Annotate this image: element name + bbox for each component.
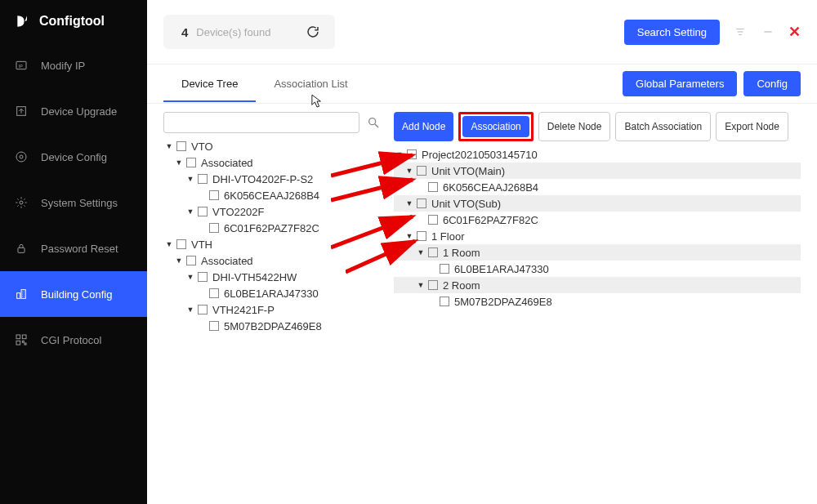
close-icon[interactable]: ✕ bbox=[788, 23, 801, 41]
tree-checkbox[interactable] bbox=[428, 248, 438, 257]
tree-toggle[interactable]: ▼ bbox=[186, 207, 194, 216]
search-input[interactable] bbox=[163, 112, 359, 133]
svg-rect-6 bbox=[18, 248, 25, 252]
tree-toggle[interactable]: ▼ bbox=[165, 240, 173, 248]
building-icon bbox=[15, 288, 28, 301]
tree-item-room[interactable]: 1 Room bbox=[441, 247, 480, 259]
tree-toggle[interactable]: ▼ bbox=[186, 175, 194, 183]
config-button[interactable]: Config bbox=[743, 71, 801, 96]
tree-checkbox[interactable] bbox=[209, 321, 219, 331]
tree-item-room[interactable]: 2 Room bbox=[441, 279, 480, 292]
delete-node-button[interactable]: Delete Node bbox=[538, 112, 611, 141]
tree-toggle[interactable] bbox=[198, 191, 206, 199]
svg-rect-10 bbox=[22, 335, 26, 339]
tree-item-device[interactable]: VTO2202F bbox=[211, 206, 264, 218]
tree-checkbox[interactable] bbox=[428, 182, 438, 192]
nav-device-config[interactable]: Device Config bbox=[0, 134, 147, 180]
tree-checkbox[interactable] bbox=[440, 264, 449, 274]
tree-item-unit-main[interactable]: Unit VTO(Main) bbox=[430, 165, 505, 177]
tree-toggle[interactable] bbox=[428, 265, 436, 273]
tree-checkbox[interactable] bbox=[198, 272, 208, 282]
tree-checkbox[interactable] bbox=[428, 280, 438, 290]
tree-item-serial[interactable]: 6C01F62PAZ7F82C bbox=[441, 214, 538, 226]
batch-association-button[interactable]: Batch Association bbox=[615, 112, 711, 141]
svg-rect-8 bbox=[21, 290, 25, 299]
nav-password-reset[interactable]: Password Reset bbox=[0, 225, 147, 271]
tree-toggle[interactable]: ▼ bbox=[395, 150, 404, 158]
tree-item-vth[interactable]: VTH bbox=[190, 239, 212, 251]
tree-checkbox[interactable] bbox=[209, 223, 219, 233]
tree-item-serial[interactable]: 6K056CEAAJ268B4 bbox=[441, 181, 538, 194]
tree-item-device[interactable]: VTH2421F-P bbox=[211, 304, 275, 316]
settings-icon bbox=[15, 196, 28, 209]
tree-toggle[interactable]: ▼ bbox=[405, 199, 413, 207]
tree-toggle[interactable]: ▼ bbox=[417, 281, 425, 289]
tree-item-associated[interactable]: Associated bbox=[199, 255, 253, 267]
association-button[interactable]: Association bbox=[462, 116, 529, 137]
search-icon[interactable] bbox=[363, 112, 384, 133]
nav-cgi-protocol[interactable]: CGI Protocol bbox=[0, 317, 147, 363]
export-node-button[interactable]: Export Node bbox=[716, 112, 788, 141]
tree-toggle[interactable] bbox=[198, 224, 206, 232]
tree-item-floor[interactable]: 1 Floor bbox=[430, 230, 464, 243]
tree-toggle[interactable]: ▼ bbox=[186, 273, 194, 281]
tree-checkbox[interactable] bbox=[428, 215, 438, 225]
tree-toggle[interactable] bbox=[417, 183, 425, 191]
tree-checkbox[interactable] bbox=[198, 305, 208, 314]
nav-device-upgrade[interactable]: Device Upgrade bbox=[0, 88, 147, 134]
tree-item-unit-sub[interactable]: Unit VTO(Sub) bbox=[430, 198, 501, 210]
tree-checkbox[interactable] bbox=[198, 207, 208, 216]
tree-item-associated[interactable]: Associated bbox=[199, 157, 253, 169]
tree-item-project[interactable]: Project20210503145710 bbox=[420, 149, 538, 161]
tree-checkbox[interactable] bbox=[186, 158, 196, 167]
svg-rect-12 bbox=[22, 341, 24, 342]
tree-toggle[interactable]: ▼ bbox=[175, 256, 183, 265]
tree-toggle[interactable]: ▼ bbox=[165, 142, 173, 150]
tree-checkbox[interactable] bbox=[209, 288, 219, 298]
svg-point-5 bbox=[20, 201, 23, 204]
tree-toggle[interactable] bbox=[417, 216, 425, 224]
svg-rect-13 bbox=[25, 343, 26, 345]
add-node-button[interactable]: Add Node bbox=[394, 112, 453, 141]
search-setting-button[interactable]: Search Setting bbox=[624, 20, 720, 45]
qr-icon bbox=[15, 333, 28, 346]
tree-toggle[interactable]: ▼ bbox=[186, 306, 194, 314]
tree-toggle[interactable] bbox=[428, 297, 436, 306]
tree-item-vto[interactable]: VTO bbox=[190, 140, 213, 153]
tree-item-device[interactable]: DHI-VTO4202F-P-S2 bbox=[211, 173, 313, 185]
tree-item-serial[interactable]: 6C01F62PAZ7F82C bbox=[222, 222, 319, 234]
tree-toggle[interactable]: ▼ bbox=[417, 248, 425, 256]
global-parameters-button[interactable]: Global Parameters bbox=[623, 71, 737, 96]
tree-checkbox[interactable] bbox=[440, 297, 449, 306]
tree-item-serial[interactable]: 6K056CEAAJ268B4 bbox=[222, 190, 319, 202]
tree-checkbox[interactable] bbox=[417, 231, 426, 241]
tree-checkbox[interactable] bbox=[186, 256, 196, 265]
tree-toggle[interactable]: ▼ bbox=[175, 158, 183, 167]
tree-item-serial[interactable]: 5M07B2DPAZ469E8 bbox=[453, 296, 552, 308]
dropdown-icon[interactable] bbox=[733, 25, 748, 39]
tree-item-serial[interactable]: 6L0BE1ARAJ47330 bbox=[222, 288, 319, 300]
svg-line-16 bbox=[375, 124, 378, 127]
tree-checkbox[interactable] bbox=[417, 198, 426, 208]
tree-item-serial[interactable]: 6L0BE1ARAJ47330 bbox=[453, 263, 549, 275]
tree-checkbox[interactable] bbox=[209, 190, 219, 200]
tree-toggle[interactable] bbox=[198, 322, 206, 330]
refresh-button[interactable] bbox=[304, 23, 322, 41]
tab-device-tree[interactable]: Device Tree bbox=[163, 66, 256, 101]
svg-text:IP: IP bbox=[19, 64, 23, 69]
tree-toggle[interactable] bbox=[198, 289, 206, 297]
minimize-icon[interactable] bbox=[761, 25, 775, 39]
tree-checkbox[interactable] bbox=[417, 166, 426, 176]
tree-checkbox[interactable] bbox=[407, 149, 417, 159]
tree-toggle[interactable]: ▼ bbox=[405, 167, 413, 175]
nav-building-config[interactable]: Building Config bbox=[0, 271, 147, 317]
nav-modify-ip[interactable]: IP Modify IP bbox=[0, 42, 147, 88]
tab-association-list[interactable]: Association List bbox=[256, 66, 365, 101]
nav-system-settings[interactable]: System Settings bbox=[0, 180, 147, 225]
tree-checkbox[interactable] bbox=[198, 174, 208, 184]
tree-item-device[interactable]: DHI-VTH5422HW bbox=[211, 271, 297, 283]
tree-toggle[interactable]: ▼ bbox=[405, 232, 413, 240]
tree-checkbox[interactable] bbox=[176, 141, 186, 151]
tree-item-serial[interactable]: 5M07B2DPAZ469E8 bbox=[222, 320, 322, 332]
tree-checkbox[interactable] bbox=[176, 239, 186, 249]
